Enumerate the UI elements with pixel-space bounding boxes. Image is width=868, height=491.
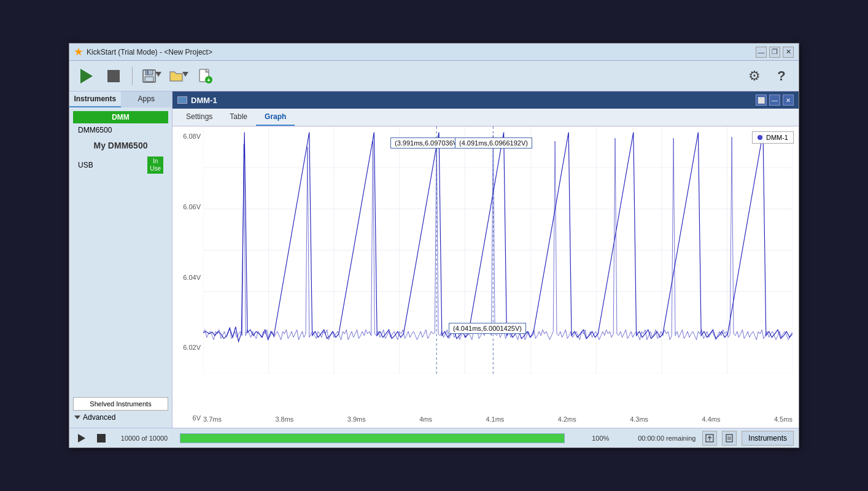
window-controls: — ❐ ✕ bbox=[756, 47, 794, 58]
window-title: KickStart (Trial Mode) - <New Project> bbox=[87, 48, 212, 56]
main-window: KickStart (Trial Mode) - <New Project> —… bbox=[69, 43, 799, 448]
status-play-icon bbox=[78, 434, 85, 443]
tooltip-2: (4.091ms,6.0966192V) bbox=[455, 137, 532, 149]
x-label-2: 3.9ms bbox=[347, 416, 366, 423]
progress-percent: 100% bbox=[570, 435, 631, 442]
graph-area: 6.08V 6.06V 6.04V 6.02V 6V bbox=[172, 126, 799, 428]
gear-icon: ⚙ bbox=[748, 68, 761, 84]
close-button[interactable]: ✕ bbox=[783, 47, 794, 58]
open-button[interactable] bbox=[167, 65, 189, 87]
instruments-button[interactable]: Instruments bbox=[742, 431, 794, 446]
svg-rect-2 bbox=[145, 77, 153, 82]
svg-text:+: + bbox=[207, 77, 211, 83]
legend: DMM-1 bbox=[752, 131, 794, 144]
title-bar-left: KickStart (Trial Mode) - <New Project> bbox=[74, 48, 212, 56]
toolbar-separator bbox=[132, 67, 133, 85]
play-icon bbox=[80, 69, 93, 83]
help-icon: ? bbox=[777, 68, 785, 84]
svg-marker-4 bbox=[155, 72, 161, 77]
save-dropdown-icon bbox=[155, 72, 161, 80]
x-label-6: 4.3ms bbox=[630, 416, 648, 423]
title-bar: KickStart (Trial Mode) - <New Project> —… bbox=[69, 44, 799, 61]
sidebar-tab-apps[interactable]: Apps bbox=[121, 91, 172, 107]
progress-bar bbox=[180, 433, 565, 443]
x-axis: 3.7ms 3.8ms 3.9ms 4ms 4.1ms 4.2ms 4.3ms … bbox=[203, 413, 792, 428]
tab-settings[interactable]: Settings bbox=[177, 109, 221, 126]
legend-label: DMM-1 bbox=[766, 134, 788, 141]
x-label-3: 4ms bbox=[419, 416, 432, 423]
shelved-instruments-button[interactable]: Shelved Instruments bbox=[73, 397, 168, 411]
dmm-section-header: DMM bbox=[73, 111, 168, 123]
export-button[interactable] bbox=[702, 431, 717, 446]
tab-graph[interactable]: Graph bbox=[256, 109, 295, 126]
usb-label: USB bbox=[78, 161, 93, 169]
samples-count: 10000 of 10000 bbox=[114, 435, 175, 442]
sidebar-tab-instruments[interactable]: Instruments bbox=[69, 91, 121, 107]
tabs-row: Settings Table Graph bbox=[172, 109, 799, 126]
y-axis: 6.08V 6.06V 6.04V 6.02V 6V bbox=[172, 126, 203, 428]
restore-button[interactable]: ❐ bbox=[769, 47, 780, 58]
y-label-4: 6V bbox=[175, 414, 201, 422]
new-file-icon: + bbox=[196, 68, 214, 85]
status-stop-button[interactable] bbox=[94, 431, 109, 446]
tab-table[interactable]: Table bbox=[221, 109, 256, 126]
play-button[interactable] bbox=[76, 65, 98, 87]
status-stop-icon bbox=[97, 434, 106, 443]
svg-rect-3 bbox=[147, 71, 149, 74]
export-icon bbox=[705, 434, 714, 443]
minimize-button[interactable]: — bbox=[756, 47, 767, 58]
main-area: Instruments Apps DMM DMM6500 My DMM6500 … bbox=[69, 91, 799, 428]
x-label-0: 3.7ms bbox=[203, 416, 222, 423]
stop-icon bbox=[107, 70, 120, 82]
x-label-4: 4.1ms bbox=[486, 416, 504, 423]
settings-button[interactable]: ⚙ bbox=[743, 65, 765, 87]
sidebar-tabs: Instruments Apps bbox=[69, 91, 172, 107]
y-label-1: 6.06V bbox=[175, 203, 201, 211]
sidebar: Instruments Apps DMM DMM6500 My DMM6500 … bbox=[69, 91, 172, 428]
y-label-0: 6.08V bbox=[175, 133, 201, 140]
progress-fill bbox=[180, 434, 564, 443]
svg-rect-1 bbox=[145, 70, 153, 75]
content-collapse-button[interactable]: — bbox=[769, 95, 780, 106]
tooltip-3: (4.041ms,6.0001425V) bbox=[449, 323, 526, 334]
tooltip-1: (3.991ms,6.097036V) bbox=[390, 137, 464, 149]
content-header-right: ⬜ — ✕ bbox=[756, 95, 794, 106]
content-header: DMM-1 ⬜ — ✕ bbox=[172, 91, 799, 109]
dmm-small-icon bbox=[177, 96, 187, 104]
log-icon bbox=[725, 434, 734, 443]
x-label-1: 3.8ms bbox=[275, 416, 293, 423]
svg-marker-5 bbox=[182, 72, 188, 77]
app-icon bbox=[74, 48, 83, 56]
content-header-left: DMM-1 bbox=[177, 96, 217, 105]
log-button[interactable] bbox=[722, 431, 737, 446]
sidebar-bottom: Shelved Instruments Advanced bbox=[69, 393, 172, 428]
dmm-name-label: My DMM6500 bbox=[73, 137, 168, 154]
in-use-badge: InUse bbox=[147, 157, 163, 174]
waveform-svg bbox=[203, 126, 792, 374]
toolbar-right: ⚙ ? bbox=[743, 65, 792, 87]
advanced-label: Advanced bbox=[83, 413, 115, 422]
status-play-button[interactable] bbox=[74, 431, 89, 446]
content-expand-button[interactable]: ⬜ bbox=[756, 95, 767, 106]
dmm-usb-row: USB InUse bbox=[73, 154, 168, 176]
stop-button[interactable] bbox=[103, 65, 125, 87]
dmm-model-item[interactable]: DMM6500 bbox=[73, 123, 168, 137]
content-title: DMM-1 bbox=[191, 96, 217, 105]
x-label-8: 4.5ms bbox=[774, 416, 792, 423]
legend-color-dot bbox=[758, 135, 762, 140]
status-bar: 10000 of 10000 100% 00:00:00 remaining I… bbox=[69, 428, 799, 447]
help-button[interactable]: ? bbox=[770, 65, 792, 87]
advanced-chevron-icon bbox=[74, 416, 80, 419]
time-remaining: 00:00:00 remaining bbox=[636, 435, 697, 442]
x-label-5: 4.2ms bbox=[558, 416, 576, 423]
advanced-row[interactable]: Advanced bbox=[73, 411, 168, 424]
content-close-button[interactable]: ✕ bbox=[783, 95, 794, 106]
y-label-2: 6.04V bbox=[175, 274, 201, 281]
new-file-button[interactable]: + bbox=[194, 65, 216, 87]
dmm-section: DMM DMM6500 My DMM6500 USB InUse bbox=[73, 111, 168, 176]
open-dropdown-icon bbox=[182, 72, 188, 80]
content-area: DMM-1 ⬜ — ✕ Settings Table Graph bbox=[172, 91, 799, 428]
y-label-3: 6.02V bbox=[175, 344, 201, 351]
save-button[interactable] bbox=[140, 65, 162, 87]
x-label-7: 4.4ms bbox=[702, 416, 721, 423]
